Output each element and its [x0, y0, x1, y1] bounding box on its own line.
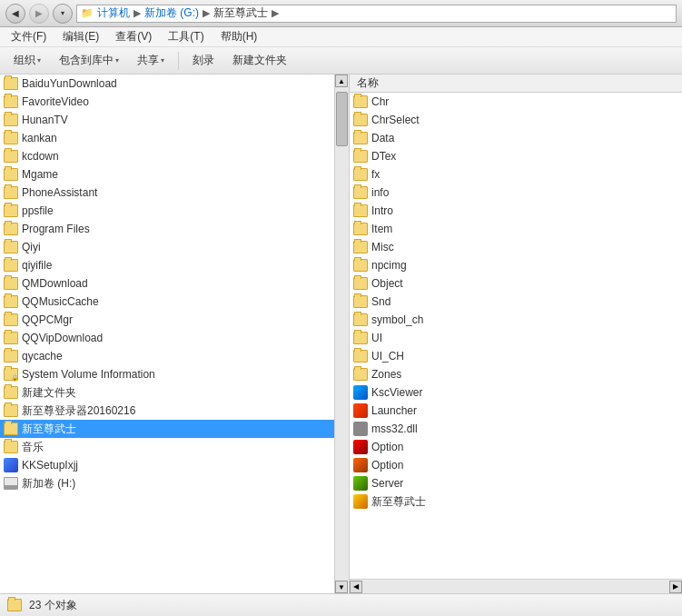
toolbar-separator: [178, 52, 179, 70]
left-item-name: kcdown: [22, 150, 59, 163]
right-item[interactable]: UI: [350, 329, 682, 347]
new-folder-button[interactable]: 新建文件夹: [224, 50, 295, 71]
right-item-name: Option: [371, 459, 403, 472]
right-item[interactable]: Launcher: [350, 402, 682, 420]
menu-tools[interactable]: 工具(T): [161, 27, 211, 46]
scroll-thumb[interactable]: [336, 92, 348, 146]
left-item-name: QQVipDownload: [22, 332, 103, 344]
scroll-right-arrow[interactable]: ▶: [669, 581, 682, 593]
toolbar: 组织 ▾ 包含到库中 ▾ 共享 ▾ 刻录 新建文件夹: [0, 47, 682, 75]
left-item[interactable]: BaiduYunDownload: [0, 75, 334, 93]
right-item[interactable]: Data: [350, 129, 682, 147]
name-column-header[interactable]: 名称: [353, 75, 382, 91]
folder-icon: [353, 313, 368, 326]
right-item-name: Item: [371, 223, 392, 235]
left-item[interactable]: Program Files: [0, 220, 334, 238]
menu-edit[interactable]: 编辑(E): [55, 27, 106, 46]
right-item[interactable]: npcimg: [350, 256, 682, 274]
left-item[interactable]: QMDownload: [0, 274, 334, 293]
address-drive[interactable]: 新加卷 (G:): [144, 5, 199, 21]
left-item[interactable]: 音乐: [0, 438, 334, 456]
scroll-up-arrow[interactable]: ▲: [335, 75, 348, 87]
folder-icon: [353, 114, 368, 126]
left-item[interactable]: 新至尊武士: [0, 420, 334, 438]
burn-button[interactable]: 刻录: [184, 50, 222, 71]
scroll-down-arrow[interactable]: ▼: [335, 581, 348, 593]
right-item[interactable]: mss32.dll: [350, 420, 682, 438]
left-item[interactable]: System Volume Information: [0, 365, 334, 383]
left-item-name: qiyifile: [22, 259, 52, 272]
left-item-name: 新至尊武士: [22, 422, 76, 437]
folder-icon: [353, 241, 368, 253]
dropdown-button[interactable]: ▾: [53, 4, 73, 24]
folder-icon: [353, 150, 368, 163]
left-item-name: BaiduYunDownload: [22, 77, 117, 90]
right-item[interactable]: Zones: [350, 365, 682, 383]
organize-button[interactable]: 组织 ▾: [5, 50, 49, 71]
right-item[interactable]: fx: [350, 165, 682, 184]
left-item-name: 新建文件夹: [22, 385, 76, 401]
left-item[interactable]: PhoneAssistant: [0, 184, 334, 202]
left-item[interactable]: 新加卷 (H:): [0, 474, 334, 492]
menu-help[interactable]: 帮助(H): [213, 27, 265, 46]
right-item-name: info: [371, 186, 389, 199]
right-item[interactable]: Chr: [350, 93, 682, 111]
left-item[interactable]: kankan: [0, 129, 334, 147]
menu-view[interactable]: 查看(V): [108, 27, 159, 46]
scroll-left-arrow[interactable]: ◀: [350, 581, 362, 593]
right-item[interactable]: Server: [350, 474, 682, 492]
back-button[interactable]: ◀: [5, 4, 25, 24]
left-item[interactable]: qiyifile: [0, 256, 334, 274]
left-item[interactable]: Mgame: [0, 165, 334, 184]
right-item[interactable]: symbol_ch: [350, 311, 682, 329]
right-item[interactable]: Item: [350, 220, 682, 238]
right-item[interactable]: Option: [350, 456, 682, 474]
left-item-name: QQPCMgr: [22, 313, 73, 326]
share-button[interactable]: 共享 ▾: [129, 50, 173, 71]
bottom-scrollbar[interactable]: ◀ ▶: [350, 579, 682, 593]
folder-icon: [4, 150, 18, 163]
left-item-name: Mgame: [22, 168, 58, 181]
left-item[interactable]: qycache: [0, 347, 334, 365]
left-item[interactable]: ppsfile: [0, 202, 334, 220]
status-folder-icon: [7, 599, 22, 611]
right-item[interactable]: info: [350, 184, 682, 202]
folder-icon: [4, 422, 18, 435]
right-item[interactable]: Misc: [350, 238, 682, 256]
right-item[interactable]: DTex: [350, 147, 682, 165]
left-item[interactable]: kcdown: [0, 147, 334, 165]
folder-icon: [353, 168, 368, 181]
left-item[interactable]: QQVipDownload: [0, 329, 334, 347]
folder-icon: [4, 223, 18, 235]
scroll-track[interactable]: [335, 87, 349, 581]
left-item[interactable]: QQMusicCache: [0, 293, 334, 311]
option2-icon: [353, 458, 368, 472]
folder-icon: [4, 204, 18, 217]
folder-icon: [4, 386, 18, 399]
left-item[interactable]: HunanTV: [0, 111, 334, 129]
menu-file[interactable]: 文件(F): [4, 27, 54, 46]
right-item-name: symbol_ch: [371, 313, 423, 326]
left-item[interactable]: 新建文件夹: [0, 383, 334, 402]
left-item[interactable]: KKSetupIxjj: [0, 456, 334, 474]
folder-icon: [4, 295, 18, 308]
right-item[interactable]: Option: [350, 438, 682, 456]
include-library-button[interactable]: 包含到库中 ▾: [51, 50, 127, 71]
right-item[interactable]: Snd: [350, 293, 682, 311]
right-item[interactable]: KscViewer: [350, 383, 682, 402]
forward-button[interactable]: ▶: [29, 4, 49, 24]
right-item[interactable]: Object: [350, 274, 682, 293]
left-scrollbar[interactable]: ▲ ▼: [334, 75, 349, 593]
right-item[interactable]: ChrSelect: [350, 111, 682, 129]
left-item[interactable]: FavoriteVideo: [0, 93, 334, 111]
folder-icon: [4, 114, 18, 126]
folder-icon: [353, 368, 368, 381]
right-item[interactable]: 新至尊武士: [350, 492, 682, 511]
left-item[interactable]: QQPCMgr: [0, 311, 334, 329]
scroll-h-track[interactable]: [362, 581, 669, 593]
right-item[interactable]: Intro: [350, 202, 682, 220]
left-item[interactable]: Qiyi: [0, 238, 334, 256]
right-item[interactable]: UI_CH: [350, 347, 682, 365]
address-computer[interactable]: 计算机: [97, 5, 130, 21]
left-item[interactable]: 新至尊登录器20160216: [0, 402, 334, 420]
